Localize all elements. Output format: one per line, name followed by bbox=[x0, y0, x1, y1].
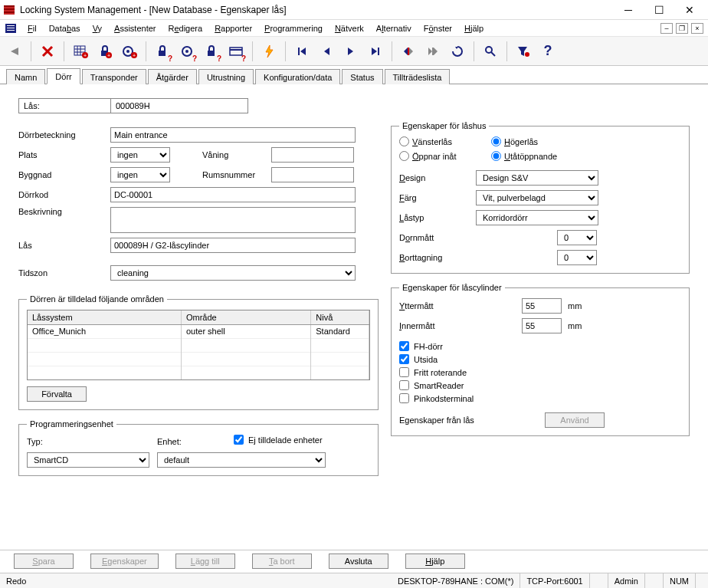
tidszon-label: Tidszon bbox=[18, 268, 110, 278]
tab-konfiguration[interactable]: Konfiguration/data bbox=[255, 69, 340, 84]
title-bar: Locking System Management - [New Databas… bbox=[0, 0, 708, 20]
maximize-button[interactable]: ☐ bbox=[644, 1, 674, 19]
plats-label: Plats bbox=[18, 150, 110, 159]
toolbar-card-q-icon[interactable]: ? bbox=[225, 40, 247, 63]
toolbar-next-icon[interactable] bbox=[339, 40, 362, 63]
dormmatt-select[interactable]: 0 bbox=[557, 230, 597, 245]
toolbar-grid-add-icon[interactable]: + bbox=[69, 40, 92, 63]
toolbar-delete-icon[interactable] bbox=[36, 40, 59, 63]
vaning-input[interactable] bbox=[271, 147, 354, 163]
innermatt-input[interactable] bbox=[522, 318, 562, 333]
toolbar-skip-end-icon[interactable] bbox=[421, 40, 444, 63]
enhet-select[interactable]: default bbox=[157, 452, 326, 468]
toolbar-help-icon[interactable]: ? bbox=[536, 40, 559, 63]
toolbar-prev-icon[interactable] bbox=[315, 40, 338, 63]
pinkod-check[interactable]: Pinkodsterminal bbox=[399, 393, 681, 403]
toolbar-refresh-icon[interactable] bbox=[446, 40, 469, 63]
col-lassystem[interactable]: Låssystem bbox=[28, 310, 181, 324]
tab-utrustning[interactable]: Utrustning bbox=[198, 69, 254, 84]
utatoppnande-radio[interactable]: Utåtöppnande bbox=[491, 151, 583, 161]
mdi-restore[interactable]: ❐ bbox=[676, 23, 688, 34]
menu-alternativ[interactable]: Alternativ bbox=[370, 22, 418, 34]
design-label: Design bbox=[399, 173, 476, 182]
areas-table[interactable]: Låssystem Område Nivå Office_Munich oute… bbox=[27, 310, 370, 380]
spara-button[interactable]: Spara bbox=[14, 554, 74, 569]
toolbar-search-icon[interactable] bbox=[479, 40, 502, 63]
lastyp-select[interactable]: Korridordörr bbox=[476, 210, 598, 225]
toolbar-last-icon[interactable] bbox=[364, 40, 387, 63]
tab-transponder[interactable]: Transponder bbox=[82, 69, 146, 84]
menu-rapporter[interactable]: Rapporter bbox=[208, 22, 258, 34]
menu-vy[interactable]: Vy bbox=[87, 22, 108, 34]
menu-programmering[interactable]: Programmering bbox=[258, 22, 329, 34]
fh-dorr-check[interactable]: FH-dörr bbox=[399, 341, 681, 351]
menu-redigera[interactable]: Redigera bbox=[162, 22, 208, 34]
toolbar-first-icon[interactable] bbox=[290, 40, 313, 63]
forvalta-button[interactable]: Förvalta bbox=[27, 386, 87, 402]
tidszon-select[interactable]: cleaning bbox=[110, 265, 356, 281]
menu-fonster[interactable]: Fönster bbox=[418, 22, 458, 34]
toolbar-lock-q-icon[interactable]: ? bbox=[151, 40, 174, 63]
egenskaper-button[interactable]: Egenskaper bbox=[90, 554, 159, 569]
svg-text:+: + bbox=[133, 53, 136, 58]
menu-natverk[interactable]: Nätverk bbox=[329, 22, 370, 34]
farg-label: Färg bbox=[399, 193, 476, 202]
tabort-button[interactable]: Ta bort bbox=[252, 554, 312, 569]
unassigned-check[interactable]: Ej tilldelade enheter bbox=[234, 435, 323, 445]
menu-assistenter[interactable]: Assistenter bbox=[108, 22, 162, 34]
design-select[interactable]: Design S&V bbox=[476, 170, 598, 186]
vansterlas-radio[interactable]: Vänsterlås bbox=[399, 136, 491, 146]
col-niva[interactable]: Nivå bbox=[311, 310, 369, 324]
laggtill-button[interactable]: Lägg till bbox=[175, 554, 235, 569]
close-button[interactable]: ✕ bbox=[674, 1, 705, 19]
rumsnummer-input[interactable] bbox=[271, 167, 354, 182]
cylinder-fieldset: Egenskaper för låscylinder Yttermåttmm I… bbox=[391, 283, 690, 436]
menu-hjalp[interactable]: Hjälp bbox=[458, 22, 490, 34]
hogerlas-radio[interactable]: Högerlås bbox=[491, 136, 583, 146]
tab-tilltradeslista[interactable]: Tillträdeslista bbox=[385, 69, 451, 84]
unassigned-checkbox[interactable] bbox=[234, 435, 244, 445]
tab-status[interactable]: Status bbox=[342, 69, 382, 84]
toolbar-transponder-add-icon[interactable]: + bbox=[118, 40, 141, 63]
yttermatt-input[interactable] bbox=[522, 298, 562, 314]
utsida-check[interactable]: Utsida bbox=[399, 354, 681, 364]
dorrbeteckning-input[interactable] bbox=[110, 127, 356, 143]
rumsnummer-label: Rumsnummer bbox=[202, 170, 271, 179]
toolbar-filter-gear-icon[interactable] bbox=[512, 40, 535, 63]
fritt-check[interactable]: Fritt roterande bbox=[399, 367, 681, 377]
footer-buttons: Spara Egenskaper Lägg till Ta bort Avslu… bbox=[0, 550, 708, 571]
tab-namn[interactable]: Namn bbox=[6, 69, 45, 84]
avsluta-button[interactable]: Avsluta bbox=[329, 554, 388, 569]
apply-button[interactable]: Använd bbox=[545, 412, 605, 428]
svg-rect-7 bbox=[7, 30, 15, 31]
table-row[interactable]: Office_Munich outer shell Standard bbox=[28, 324, 369, 338]
farg-select[interactable]: Vit, pulverbelagd bbox=[476, 190, 598, 205]
menu-fil[interactable]: Fil bbox=[21, 22, 43, 34]
borttagning-select[interactable]: 0 bbox=[557, 250, 597, 265]
col-omrade[interactable]: Område bbox=[181, 310, 310, 324]
hjalp-button[interactable]: Hjälp bbox=[405, 554, 465, 569]
tab-atgarder[interactable]: Åtgärder bbox=[148, 69, 197, 84]
oppnar-inat-radio[interactable]: Öppnar inåt bbox=[399, 151, 491, 161]
typ-select[interactable]: SmartCD bbox=[27, 452, 149, 468]
las-input[interactable] bbox=[110, 238, 356, 253]
toolbar-lock-add-icon[interactable]: + bbox=[93, 40, 116, 63]
toolbar-lock2-q-icon[interactable]: ? bbox=[200, 40, 223, 63]
toolbar-flash-icon[interactable] bbox=[257, 40, 280, 63]
smartreader-check[interactable]: SmartReader bbox=[399, 380, 681, 390]
minimize-button[interactable]: ─ bbox=[613, 1, 644, 19]
mdi-close[interactable]: × bbox=[691, 23, 703, 34]
svg-point-21 bbox=[126, 50, 129, 53]
plats-select[interactable]: ingen bbox=[110, 147, 170, 163]
mm-unit: mm bbox=[568, 301, 582, 310]
toolbar-transponder-q-icon[interactable]: ? bbox=[175, 40, 198, 63]
dorrkod-input[interactable] bbox=[110, 187, 356, 202]
beskrivning-input[interactable] bbox=[110, 207, 356, 233]
toolbar-back-icon[interactable] bbox=[3, 40, 26, 63]
toolbar-skip-start-icon[interactable] bbox=[397, 40, 420, 63]
svg-text:+: + bbox=[84, 53, 87, 58]
mdi-minimize[interactable]: – bbox=[660, 23, 673, 34]
byggnad-select[interactable]: ingen bbox=[110, 167, 170, 182]
menu-databas[interactable]: Databas bbox=[43, 22, 87, 34]
tab-dorr[interactable]: Dörr bbox=[47, 68, 80, 84]
